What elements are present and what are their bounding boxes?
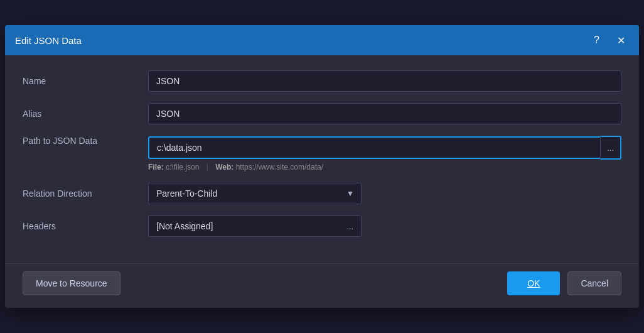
- footer-right: OK Cancel: [507, 271, 621, 295]
- hint-web-label: Web:: [215, 163, 233, 172]
- relation-select-wrapper: Parent-To-Child Child-To-Parent ▼: [148, 183, 362, 204]
- title-bar-actions: ? ✕: [590, 33, 629, 48]
- alias-label: Alias: [23, 109, 148, 119]
- relation-row: Relation Direction Parent-To-Child Child…: [23, 183, 621, 204]
- path-input-row: ...: [148, 136, 621, 160]
- headers-label: Headers: [23, 221, 148, 231]
- alias-input[interactable]: [148, 103, 621, 124]
- browse-button[interactable]: ...: [600, 136, 621, 160]
- dialog-footer: Move to Resource OK Cancel: [5, 263, 639, 308]
- path-hint: File: c:\file.json | Web: https://www.si…: [148, 163, 621, 172]
- dialog-title: Edit JSON Data: [15, 35, 82, 46]
- cancel-button[interactable]: Cancel: [567, 271, 621, 295]
- headers-value: [Not Assigned]: [156, 221, 346, 231]
- relation-label: Relation Direction: [23, 188, 148, 199]
- path-label: Path to JSON Data: [23, 136, 148, 146]
- hint-web-value: https://www.site.com/data/: [236, 163, 323, 172]
- relation-select[interactable]: Parent-To-Child Child-To-Parent: [148, 183, 362, 204]
- path-row: Path to JSON Data ... File: c:\file.json…: [23, 136, 621, 172]
- name-row: Name: [23, 70, 621, 92]
- edit-json-dialog: Edit JSON Data ? ✕ Name Alias Path to JS…: [5, 25, 639, 308]
- headers-row: Headers [Not Assigned] ...: [23, 216, 621, 237]
- headers-wrapper: [Not Assigned] ...: [148, 216, 362, 237]
- name-label: Name: [23, 76, 148, 86]
- path-field-wrapper: ... File: c:\file.json | Web: https://ww…: [148, 136, 621, 172]
- name-input[interactable]: [148, 70, 621, 92]
- hint-file-value: c:\file.json: [166, 163, 199, 172]
- hint-sep: |: [207, 163, 208, 172]
- close-button[interactable]: ✕: [613, 33, 629, 48]
- headers-browse-button[interactable]: ...: [346, 222, 353, 231]
- ok-button[interactable]: OK: [507, 271, 560, 295]
- dialog-body: Name Alias Path to JSON Data ... File: c…: [5, 55, 639, 261]
- path-input[interactable]: [148, 136, 600, 159]
- title-bar: Edit JSON Data ? ✕: [5, 25, 639, 55]
- alias-row: Alias: [23, 103, 621, 124]
- help-button[interactable]: ?: [590, 33, 603, 47]
- hint-file-label: File:: [148, 163, 164, 172]
- move-to-resource-button[interactable]: Move to Resource: [23, 271, 121, 295]
